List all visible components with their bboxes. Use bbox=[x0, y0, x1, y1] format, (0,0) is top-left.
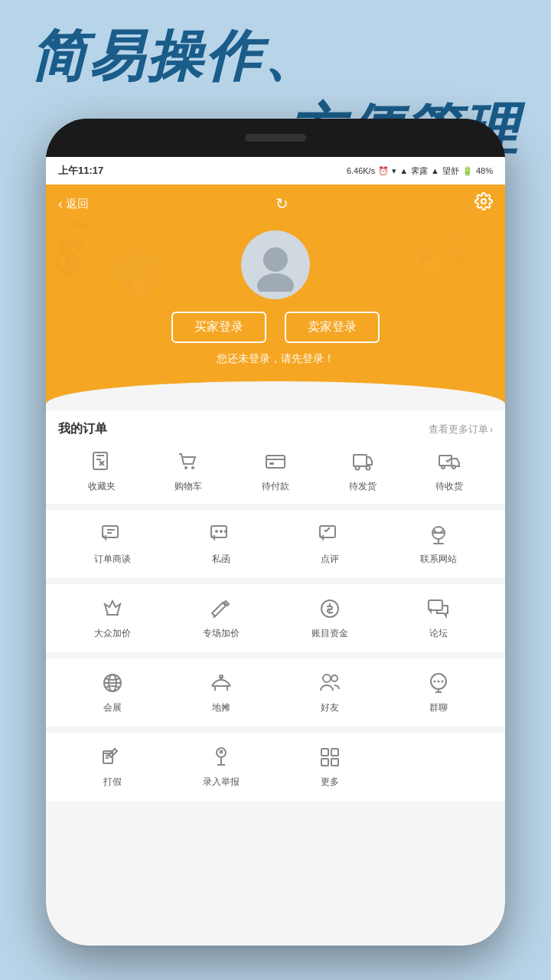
feature-special-bid[interactable]: 专场加价 bbox=[167, 596, 276, 640]
feature-section-2: 大众加价 专场加价 bbox=[46, 584, 505, 652]
feature-grid-3: 会展 地摊 bbox=[58, 671, 493, 714]
svg-rect-38 bbox=[321, 759, 328, 766]
feature-public-bid[interactable]: 大众加价 bbox=[58, 596, 167, 640]
chevron-right-icon: › bbox=[490, 423, 493, 435]
feature-label-contact: 联系网站 bbox=[420, 553, 457, 566]
feature-stall[interactable]: 地摊 bbox=[167, 671, 276, 714]
orders-title: 我的订单 bbox=[58, 421, 107, 437]
feature-label-group-chat: 群聊 bbox=[429, 701, 448, 714]
status-right: 6.46K/s ⏰ ▾ ▲ 霁露 ▲ 望舒 🔋 48% bbox=[347, 165, 493, 177]
feature-private-message[interactable]: 私函 bbox=[167, 522, 276, 566]
feature-order-negotiation[interactable]: 订单商谈 bbox=[58, 522, 167, 566]
headline-line1: 简易操作、 bbox=[31, 23, 520, 89]
svg-point-31 bbox=[434, 681, 436, 683]
orders-section: 我的订单 查看更多订单 › 收藏夹 bbox=[46, 410, 505, 504]
feature-label-stall: 地摊 bbox=[212, 701, 230, 714]
orders-more-button[interactable]: 查看更多订单 › bbox=[429, 423, 493, 436]
nav-bar: ‹ 返回 ↻ bbox=[46, 185, 505, 223]
svg-rect-8 bbox=[269, 462, 274, 465]
svg-point-17 bbox=[215, 530, 218, 533]
feature-label-private-message: 私函 bbox=[212, 553, 230, 566]
status-time: 上午11:17 bbox=[58, 164, 103, 178]
battery-label: 48% bbox=[476, 166, 493, 175]
carrier-label: 望舒 bbox=[442, 165, 459, 177]
feature-grid-2: 大众加价 专场加价 bbox=[58, 596, 493, 640]
feature-expo[interactable]: 会展 bbox=[58, 671, 167, 714]
svg-point-29 bbox=[331, 675, 337, 681]
profile-section: 买家登录 卖家登录 您还未登录，请先登录！ bbox=[46, 223, 505, 381]
feature-empty bbox=[384, 745, 493, 789]
feature-forum[interactable]: 论坛 bbox=[384, 596, 493, 640]
feature-friends[interactable]: 好友 bbox=[276, 671, 384, 714]
svg-rect-37 bbox=[331, 749, 338, 756]
refresh-button[interactable]: ↻ bbox=[276, 194, 289, 213]
feature-label-public-bid: 大众加价 bbox=[94, 627, 131, 640]
orders-header: 我的订单 查看更多订单 › bbox=[58, 421, 493, 437]
battery-icon: 🔋 bbox=[462, 166, 473, 176]
svg-rect-9 bbox=[354, 455, 367, 466]
signal-icon2: ▲ bbox=[431, 166, 439, 175]
alarm-icon: ⏰ bbox=[378, 166, 389, 176]
order-label-cart: 购物车 bbox=[174, 480, 202, 493]
svg-text:¥: ¥ bbox=[327, 606, 331, 613]
svg-rect-36 bbox=[321, 749, 328, 756]
svg-rect-39 bbox=[331, 759, 338, 766]
phone-frame: 上午11:17 6.46K/s ⏰ ▾ ▲ 霁露 ▲ 望舒 🔋 48% 💰 🛒 … bbox=[46, 119, 505, 946]
settings-button[interactable] bbox=[474, 192, 493, 215]
order-label-favorites: 收藏夹 bbox=[88, 480, 116, 493]
feature-label-anti-fake: 打假 bbox=[103, 776, 122, 789]
feature-more[interactable]: 更多 bbox=[276, 745, 384, 789]
feature-anti-fake[interactable]: 打假 bbox=[58, 745, 167, 789]
feature-label-report: 录入举报 bbox=[203, 776, 240, 789]
svg-point-32 bbox=[438, 681, 440, 683]
status-bar: 上午11:17 6.46K/s ⏰ ▾ ▲ 霁露 ▲ 望舒 🔋 48% bbox=[46, 157, 505, 185]
svg-point-33 bbox=[442, 681, 444, 683]
orange-curve bbox=[46, 381, 505, 404]
svg-point-10 bbox=[355, 466, 359, 470]
order-label-shipment: 待发货 bbox=[349, 480, 377, 493]
svg-point-0 bbox=[481, 199, 486, 204]
feature-section-1: 订单商谈 私函 bbox=[46, 510, 505, 578]
svg-point-1 bbox=[263, 247, 288, 272]
feature-section-4: 打假 录入举报 bbox=[46, 733, 505, 801]
feature-section-3: 会展 地摊 bbox=[46, 658, 505, 727]
feature-label-more: 更多 bbox=[321, 776, 339, 789]
svg-point-28 bbox=[323, 675, 331, 682]
wifi-icon: ▾ bbox=[392, 166, 396, 176]
svg-point-14 bbox=[452, 466, 455, 469]
feature-label-friends: 好友 bbox=[321, 701, 339, 714]
svg-marker-4 bbox=[99, 460, 105, 466]
feature-label-order-negotiation: 订单商谈 bbox=[94, 553, 131, 566]
feature-label-review: 点评 bbox=[321, 553, 339, 566]
order-item-payment[interactable]: 待付款 bbox=[262, 449, 289, 493]
svg-point-6 bbox=[191, 466, 194, 469]
feature-review[interactable]: 点评 bbox=[276, 522, 384, 566]
feature-account-funds[interactable]: ¥ 账目资金 bbox=[276, 596, 384, 640]
network-speed: 6.46K/s bbox=[347, 166, 375, 175]
svg-point-5 bbox=[184, 466, 187, 469]
feature-label-account-funds: 账目资金 bbox=[311, 627, 348, 640]
order-label-receipt: 待收货 bbox=[435, 480, 463, 493]
back-arrow-icon: ‹ bbox=[58, 196, 63, 212]
back-button[interactable]: ‹ 返回 bbox=[58, 196, 89, 212]
order-item-receipt[interactable]: 待收货 bbox=[435, 449, 463, 493]
back-label: 返回 bbox=[66, 197, 89, 211]
feature-report[interactable]: 录入举报 bbox=[167, 745, 276, 789]
feature-grid-4: 打假 录入举报 bbox=[58, 745, 493, 789]
avatar bbox=[241, 230, 310, 299]
svg-point-2 bbox=[257, 273, 294, 292]
feature-contact[interactable]: 联系网站 bbox=[384, 522, 493, 566]
location-label: 霁露 bbox=[411, 165, 428, 177]
svg-point-13 bbox=[442, 466, 445, 469]
order-item-favorites[interactable]: 收藏夹 bbox=[88, 449, 116, 493]
svg-point-18 bbox=[220, 530, 223, 533]
order-label-payment: 待付款 bbox=[262, 480, 289, 493]
phone-speaker bbox=[245, 134, 306, 142]
feature-grid-1: 订单商谈 私函 bbox=[58, 522, 493, 566]
order-item-shipment[interactable]: 待发货 bbox=[349, 449, 377, 493]
svg-rect-7 bbox=[266, 456, 285, 468]
seller-login-button[interactable]: 卖家登录 bbox=[285, 312, 380, 343]
order-item-cart[interactable]: 购物车 bbox=[174, 449, 202, 493]
buyer-login-button[interactable]: 买家登录 bbox=[171, 312, 266, 343]
feature-group-chat[interactable]: 群聊 bbox=[384, 671, 493, 714]
